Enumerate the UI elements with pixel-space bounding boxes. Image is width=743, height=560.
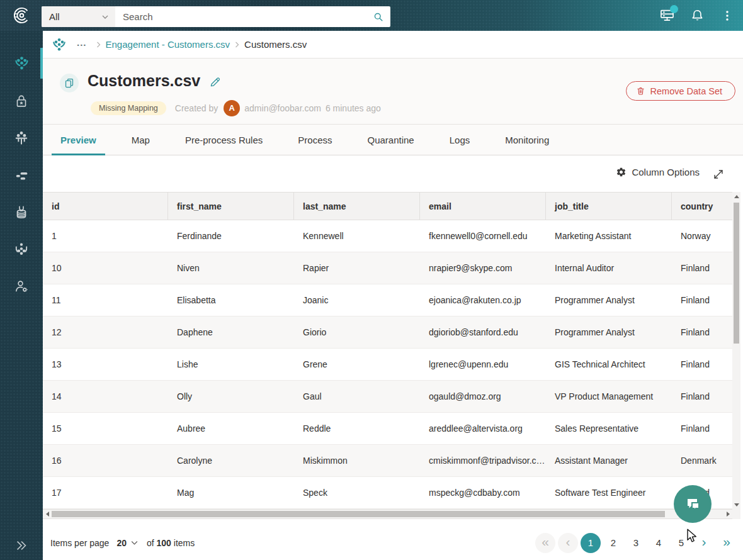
tab-map[interactable]: Map <box>114 125 167 155</box>
cell-job_title: Software Test Engineer <box>546 477 672 508</box>
breadcrumb-current: Customers.csv <box>244 39 307 50</box>
cell-job_title: GIS Technical Architect <box>546 349 672 380</box>
chat-support-button[interactable] <box>674 485 712 523</box>
page-button-1[interactable]: 1 <box>581 533 601 553</box>
total-items-count: 100 <box>157 538 171 548</box>
dataset-meta: Missing Mapping Created by A admin@fooba… <box>91 99 381 116</box>
cell-last_name: Giorio <box>294 316 420 348</box>
vertical-scrollbar[interactable] <box>732 192 740 509</box>
page-button-4[interactable]: 4 <box>649 533 669 553</box>
engagement-paw-icon <box>51 36 67 53</box>
table-grid: idfirst_namelast_nameemailjob_titlecount… <box>43 192 732 509</box>
column-header-first_name[interactable]: first_name <box>168 193 294 220</box>
page-size-dropdown[interactable]: 20 <box>116 538 139 548</box>
last-page-button[interactable]: » <box>717 533 737 553</box>
cell-id: 16 <box>43 445 168 476</box>
scroll-down-arrow[interactable] <box>732 500 740 509</box>
sidebar-item-governance[interactable] <box>0 82 43 119</box>
scroll-up-arrow[interactable] <box>732 192 740 201</box>
cell-country: Denmark <box>672 445 732 476</box>
created-time: 6 minutes ago <box>326 103 381 113</box>
prev-page-button[interactable]: ‹ <box>558 533 578 553</box>
scroll-right-arrow[interactable] <box>723 510 732 518</box>
column-options-button[interactable]: Column Options <box>616 167 700 177</box>
table-row[interactable]: 11ElisabettaJoanicejoanica@rakuten.co.jp… <box>43 284 732 316</box>
tab-process[interactable]: Process <box>280 125 349 155</box>
bell-icon <box>689 8 705 23</box>
table-row[interactable]: 16CarolyneMiskimmoncmiskimmonf@tripadvis… <box>43 445 732 477</box>
tab-bar: Preview Map Pre-process Rules Process Qu… <box>43 125 743 155</box>
title-row: Customers.csv <box>88 72 222 90</box>
horizontal-scrollbar[interactable] <box>43 509 732 519</box>
column-header-id[interactable]: id <box>43 193 168 220</box>
expand-table-button[interactable] <box>712 167 725 181</box>
cell-email: nrapier9@skype.com <box>420 252 546 284</box>
missing-mapping-badge: Missing Mapping <box>91 101 166 115</box>
lock-star-icon <box>13 92 30 109</box>
dataset-type-icon-circle <box>60 74 79 92</box>
sidebar-expand-button[interactable] <box>0 535 43 556</box>
notifications-button[interactable] <box>684 3 710 28</box>
tab-preview[interactable]: Preview <box>43 125 114 155</box>
search-input[interactable] <box>115 6 366 27</box>
double-chevron-right-icon <box>14 539 28 552</box>
page-button-3[interactable]: 3 <box>626 533 646 553</box>
edit-title-button[interactable] <box>208 76 222 89</box>
column-header-email[interactable]: email <box>420 193 546 220</box>
breadcrumb-parent-link[interactable]: Engagement - Customers.csv <box>106 39 230 50</box>
global-search: All <box>42 6 390 27</box>
cell-job_title: VP Product Management <box>546 381 672 412</box>
search-button[interactable] <box>366 6 390 27</box>
table-row[interactable]: 10NivenRapiernrapier9@skype.comInternal … <box>43 252 732 284</box>
app-logo[interactable] <box>0 0 43 31</box>
topbar-actions <box>654 0 740 31</box>
table-row[interactable]: 15AubreeReddleareddlee@altervista.orgSal… <box>43 413 732 445</box>
sidebar-item-deduplication[interactable] <box>0 230 43 267</box>
chat-bubbles-icon <box>683 494 703 514</box>
table-row[interactable]: 13LisheGrenelgrenec@upenn.eduGIS Technic… <box>43 349 732 381</box>
tab-preprocess-rules[interactable]: Pre-process Rules <box>167 125 280 155</box>
column-header-last_name[interactable]: last_name <box>294 193 420 220</box>
next-page-button[interactable]: › <box>694 533 714 553</box>
tab-logs[interactable]: Logs <box>432 125 488 155</box>
horizontal-scrollbar-thumb[interactable] <box>52 511 665 517</box>
sidebar-item-rules[interactable] <box>0 156 43 193</box>
remove-dataset-button[interactable]: Remove Data Set <box>626 81 735 101</box>
page-button-2[interactable]: 2 <box>603 533 623 553</box>
search-scope-dropdown[interactable]: All <box>42 6 115 27</box>
cell-first_name: Aubree <box>168 413 294 444</box>
cell-first_name: Ferdinande <box>168 220 294 252</box>
cell-email: ejoanica@rakuten.co.jp <box>420 284 546 316</box>
cell-job_title: Programmer Analyst <box>546 316 672 348</box>
column-header-job_title[interactable]: job_title <box>546 193 672 220</box>
sidebar-item-user-admin[interactable] <box>0 267 43 305</box>
first-page-button[interactable]: « <box>535 533 555 553</box>
cell-email: fkennewell0@cornell.edu <box>420 220 546 252</box>
sidebar-item-ingestion[interactable] <box>0 119 43 156</box>
vertical-scrollbar-thumb[interactable] <box>734 203 739 344</box>
sidebar-item-data-sources[interactable] <box>0 193 43 230</box>
column-header-country[interactable]: country <box>672 193 732 220</box>
cell-country: Finland <box>672 252 732 284</box>
table-row[interactable]: 17MagSpeckmspeckg@cdbaby.comSoftware Tes… <box>43 477 732 509</box>
page-title: Customers.csv <box>88 72 200 90</box>
breadcrumb-overflow-button[interactable]: ... <box>77 37 87 52</box>
cell-country: Finland <box>672 349 732 380</box>
table-row[interactable]: 1FerdinandeKennewellfkennewell0@cornell.… <box>43 220 732 252</box>
scroll-left-arrow[interactable] <box>43 510 52 518</box>
tab-quarantine[interactable]: Quarantine <box>349 125 431 155</box>
page-button-5[interactable]: 5 <box>671 533 691 553</box>
cell-email: areddlee@altervista.org <box>420 413 546 444</box>
engagement-paw-icon <box>13 55 30 72</box>
cell-last_name: Gaul <box>294 381 420 412</box>
table-row[interactable]: 12DapheneGioriodgioriob@stanford.eduProg… <box>43 316 732 349</box>
items-per-page-label: Items per page <box>50 538 109 548</box>
table-row[interactable]: 14OllyGaulogauld@dmoz.orgVP Product Mana… <box>43 381 732 413</box>
chevron-down-icon <box>101 13 109 21</box>
breadcrumb: ... Engagement - Customers.csv Customers… <box>43 31 743 59</box>
more-menu-button[interactable] <box>715 3 740 28</box>
sidebar-item-engagement[interactable] <box>0 45 43 82</box>
tab-monitoring[interactable]: Monitoring <box>487 125 567 155</box>
user-avatar[interactable]: A <box>224 100 240 116</box>
server-status-button[interactable] <box>654 3 679 28</box>
